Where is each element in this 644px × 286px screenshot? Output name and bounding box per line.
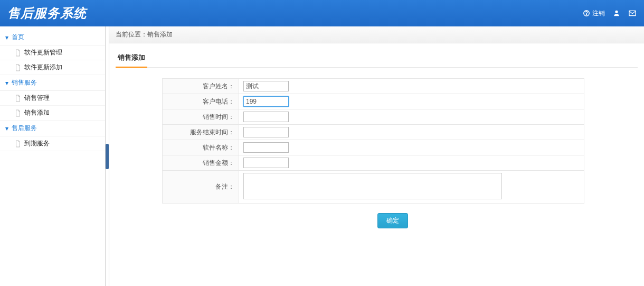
mail-icon[interactable] xyxy=(628,9,637,17)
form-row-customer-name: 客户姓名： xyxy=(163,79,584,94)
label-software-name: 软件名称： xyxy=(163,140,239,155)
form-row-sale-time: 销售时间： xyxy=(163,109,584,125)
logout-label: 注销 xyxy=(592,9,605,18)
label-customer-name: 客户姓名： xyxy=(163,79,239,94)
app-title: 售后服务系统 xyxy=(7,5,87,22)
form-row-service-end-time: 服务结束时间： xyxy=(163,125,584,140)
logout-button[interactable]: 注销 xyxy=(583,9,605,18)
tab-sales-add[interactable]: 销售添加 xyxy=(116,50,147,68)
splitter-handle[interactable] xyxy=(106,144,109,169)
document-icon xyxy=(15,109,21,117)
label-service-end-time: 服务结束时间： xyxy=(163,125,239,140)
nav-group-sales[interactable]: ▾ 销售服务 xyxy=(0,75,105,91)
nav-item-sales-manage[interactable]: 销售管理 xyxy=(0,91,105,106)
input-sale-amount[interactable] xyxy=(243,158,289,168)
caret-down-icon: ▾ xyxy=(5,79,8,87)
nav-item-label: 到期服务 xyxy=(24,139,50,148)
nav-group-label: 售后服务 xyxy=(12,124,37,133)
input-service-end-time[interactable] xyxy=(243,127,289,137)
nav-item-label: 软件更新管理 xyxy=(24,48,62,57)
nav-item-expire-service[interactable]: 到期服务 xyxy=(0,136,105,151)
form-row-customer-phone: 客户电话： xyxy=(163,94,584,109)
nav-item-sales-add[interactable]: 销售添加 xyxy=(0,106,105,121)
nav-group-aftersales[interactable]: ▾ 售后服务 xyxy=(0,121,105,136)
breadcrumb: 当前位置：销售添加 xyxy=(109,26,644,43)
input-customer-phone[interactable] xyxy=(243,96,289,107)
nav-item-software-update-add[interactable]: 软件更新添加 xyxy=(0,60,105,75)
document-icon xyxy=(15,49,21,57)
breadcrumb-current: 销售添加 xyxy=(147,31,173,38)
nav-item-label: 销售管理 xyxy=(24,94,50,103)
document-icon xyxy=(15,95,21,102)
input-customer-name[interactable] xyxy=(243,81,289,91)
label-remark: 备注： xyxy=(163,171,239,204)
main-content: 当前位置：销售添加 销售添加 客户姓名： 客户电话： 销售时间： xyxy=(109,26,644,286)
caret-down-icon: ▾ xyxy=(5,34,8,41)
splitter xyxy=(106,26,109,286)
svg-point-1 xyxy=(586,14,587,15)
form-table: 客户姓名： 客户电话： 销售时间： 服务结束时间： 软件名称： xyxy=(162,78,584,204)
textarea-remark[interactable] xyxy=(243,173,502,199)
nav-group-label: 首页 xyxy=(12,33,24,42)
nav-item-label: 销售添加 xyxy=(24,108,50,117)
help-icon xyxy=(583,10,590,17)
input-sale-time[interactable] xyxy=(243,112,289,122)
header-actions: 注销 xyxy=(583,9,637,18)
document-icon xyxy=(15,64,21,71)
submit-button[interactable]: 确定 xyxy=(377,213,408,228)
label-customer-phone: 客户电话： xyxy=(163,94,239,109)
input-software-name[interactable] xyxy=(243,142,289,153)
form-row-remark: 备注： xyxy=(163,171,584,204)
nav-item-label: 软件更新添加 xyxy=(24,63,62,72)
breadcrumb-prefix: 当前位置： xyxy=(116,31,147,38)
document-icon xyxy=(15,140,21,147)
tab-bar: 销售添加 xyxy=(109,43,644,68)
form-row-software-name: 软件名称： xyxy=(163,140,584,155)
nav-group-label: 销售服务 xyxy=(12,78,37,87)
layout: ▾ 首页 软件更新管理 软件更新添加 ▾ 销售服务 销售管理 xyxy=(0,26,644,286)
label-sale-time: 销售时间： xyxy=(163,109,239,125)
form-wrap: 客户姓名： 客户电话： 销售时间： 服务结束时间： 软件名称： xyxy=(109,68,644,248)
form-row-sale-amount: 销售金额： xyxy=(163,155,584,171)
user-icon[interactable] xyxy=(612,9,621,17)
label-sale-amount: 销售金额： xyxy=(163,155,239,171)
submit-row: 确定 xyxy=(162,204,623,238)
sidebar: ▾ 首页 软件更新管理 软件更新添加 ▾ 销售服务 销售管理 xyxy=(0,26,106,286)
app-header: 售后服务系统 注销 xyxy=(0,0,644,26)
caret-down-icon: ▾ xyxy=(5,125,8,132)
nav-item-software-update-manage[interactable]: 软件更新管理 xyxy=(0,45,105,60)
nav-group-home[interactable]: ▾ 首页 xyxy=(0,30,105,45)
